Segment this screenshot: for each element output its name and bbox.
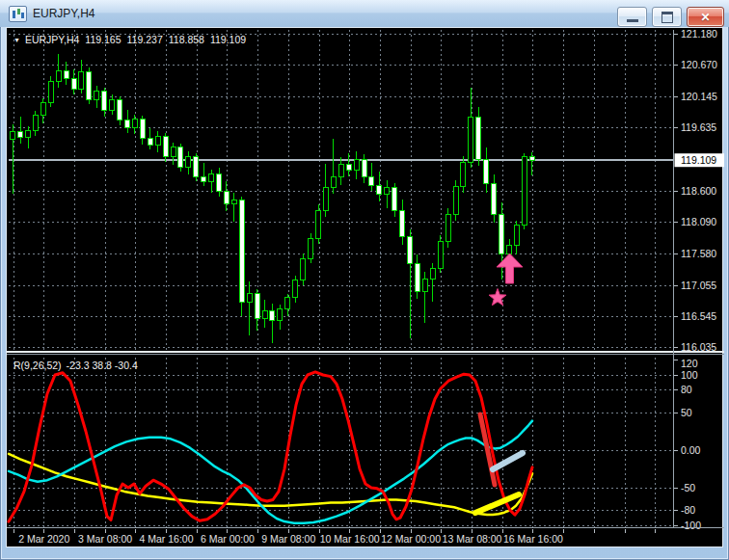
price-axis-label: 121.180 — [681, 28, 717, 40]
candle — [446, 215, 450, 242]
header-symbol: EURJPY,H4 — [25, 34, 79, 45]
candle — [178, 147, 183, 167]
candle — [430, 268, 435, 279]
candle — [392, 188, 397, 211]
price-axis-label: 116.545 — [681, 310, 716, 322]
price-axis-label: 120.670 — [681, 59, 717, 70]
close-button[interactable]: ✕ — [687, 7, 724, 27]
time-axis-label: 12 Mar 00:00 — [381, 533, 441, 545]
candle — [514, 226, 519, 245]
indicator-axis-label: 80 — [681, 384, 692, 395]
candle — [71, 78, 76, 89]
candle — [163, 136, 168, 157]
time-axis-label: 2 Mar 2020 — [18, 533, 69, 545]
candle — [500, 215, 504, 254]
time-axis-label: 9 Mar 08:00 — [261, 533, 315, 545]
indicator-axis-label: 100 — [681, 369, 698, 381]
candle — [224, 191, 229, 203]
candle — [484, 160, 489, 184]
price-axis-label: 118.090 — [681, 216, 716, 227]
candle — [40, 103, 45, 116]
candle — [285, 298, 290, 308]
candle — [278, 308, 283, 321]
candle — [239, 200, 244, 302]
candle — [155, 136, 160, 145]
candle — [194, 157, 199, 176]
price-axis-label: 118.600 — [681, 185, 716, 197]
candle — [301, 258, 306, 280]
time-axis-label: 6 Mar 00:00 — [201, 533, 255, 545]
chevron-down-icon: ▼ — [14, 37, 20, 43]
time-axis-label: 10 Mar 16:00 — [320, 533, 380, 545]
candle — [132, 120, 137, 128]
candle — [186, 157, 191, 167]
candle — [209, 174, 214, 182]
candle — [461, 162, 466, 186]
header-low: 118.858 — [169, 34, 204, 45]
app-icon — [9, 6, 27, 22]
restore-icon — [662, 12, 673, 23]
candle — [262, 311, 267, 319]
candle — [64, 70, 68, 78]
header-high: 119.237 — [127, 34, 163, 45]
candle — [148, 139, 152, 145]
candle — [469, 117, 473, 162]
candle — [354, 160, 359, 171]
ohlc-header: ▼EURJPY,H4119.165119.237118.858119.109 — [14, 34, 246, 45]
candle — [255, 294, 259, 318]
candle — [26, 130, 31, 138]
candle — [422, 280, 427, 292]
candle — [140, 120, 145, 139]
candle — [529, 157, 534, 161]
candle — [11, 131, 15, 139]
candle — [369, 176, 374, 185]
minimize-icon — [627, 19, 638, 22]
window-title: EURJPY,H4 — [33, 7, 94, 20]
candle — [492, 184, 497, 215]
indicator-axis-label: -80 — [681, 504, 695, 516]
candle — [33, 116, 38, 130]
candle — [18, 131, 23, 137]
title-bar[interactable]: EURJPY,H4 ✕ — [0, 0, 729, 27]
time-axis-label: 13 Mar 08:00 — [443, 533, 502, 545]
trend-segment-1 — [493, 453, 523, 469]
restore-button[interactable] — [652, 7, 682, 27]
candle — [110, 99, 115, 110]
current-price-label: 119.109 — [681, 154, 716, 166]
time-axis-label: 16 Mar 16:00 — [503, 533, 563, 545]
indicator-axis-label: -100 — [681, 520, 701, 531]
indicator-axis-label: 0.00 — [681, 444, 701, 456]
candle — [48, 81, 53, 102]
chart-svg[interactable]: 121.180120.670120.145119.635118.600118.0… — [7, 28, 724, 548]
candle — [171, 147, 176, 157]
indicator-name: R(9,26,52) — [14, 360, 62, 371]
price-axis-label: 117.580 — [681, 248, 716, 259]
candle — [507, 245, 512, 253]
price-axis-label: 120.145 — [681, 91, 717, 102]
oscillator-line-slow — [9, 454, 532, 515]
candle — [94, 92, 99, 100]
minimize-button[interactable] — [617, 7, 647, 27]
indicator-axis-label: -50 — [681, 482, 695, 493]
header-open: 119.165 — [85, 34, 121, 45]
price-axis-label: 117.055 — [681, 280, 716, 291]
candle — [125, 120, 130, 128]
candle — [377, 185, 382, 194]
header-close: 119.109 — [210, 34, 246, 45]
chart-canvas[interactable]: 121.180120.670120.145119.635118.600118.0… — [6, 27, 723, 547]
candle — [331, 176, 336, 187]
candle — [102, 92, 107, 111]
buy-arrow-icon — [497, 253, 523, 283]
indicator-axis-label: 50 — [681, 407, 692, 418]
candle — [217, 174, 222, 192]
candle — [400, 211, 405, 237]
time-axis-label: 3 Mar 08:00 — [78, 533, 132, 545]
close-icon: ✕ — [700, 12, 710, 23]
chart-window: EURJPY,H4 ✕ 121.180120.670120.145119.635… — [0, 0, 729, 560]
candle — [522, 157, 526, 226]
candle — [385, 188, 390, 194]
indicator-axis-label: 120 — [681, 358, 698, 369]
candle — [453, 186, 458, 214]
oscillator-line-fast — [9, 372, 532, 521]
indicator-header: R(9,26,52)-23.3 38.8 -30.4 — [14, 360, 138, 371]
